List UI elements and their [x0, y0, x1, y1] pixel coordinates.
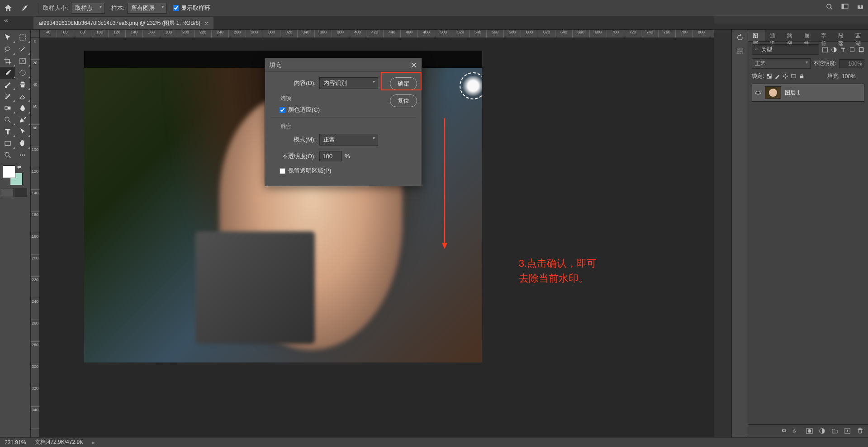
lock-all-icon[interactable] [799, 73, 805, 79]
healing-brush-tool[interactable] [15, 67, 31, 79]
opacity-input[interactable] [319, 151, 342, 161]
panel-tab-0[interactable]: 图层 [748, 30, 765, 41]
svg-marker-16 [442, 243, 447, 249]
pen-tool[interactable] [15, 114, 31, 126]
panel-tab-2[interactable]: 路径 [783, 30, 800, 41]
lock-pixels-icon[interactable] [766, 73, 772, 79]
share-icon[interactable] [856, 3, 864, 11]
panel-tab-4[interactable]: 字符 [816, 30, 834, 41]
new-layer-icon[interactable] [844, 428, 851, 434]
visibility-icon[interactable] [755, 89, 761, 96]
marquee-tool[interactable] [15, 32, 31, 43]
svg-rect-24 [769, 76, 772, 79]
lock-label: 锁定: [752, 72, 764, 80]
color-swatches[interactable]: ⇄ [2, 165, 28, 186]
svg-rect-2 [842, 4, 844, 9]
layer-filter-dropdown[interactable]: 类型 [752, 44, 819, 55]
lock-position-icon[interactable] [783, 73, 788, 79]
document-tab[interactable]: af99d432610bfdb36470f3c14b37ea6.png @ 23… [33, 17, 213, 29]
zoom-tool[interactable] [0, 149, 15, 161]
lock-brush-icon[interactable] [774, 73, 780, 79]
swap-colors-icon[interactable]: ⇄ [17, 165, 21, 169]
selection-marquee [460, 72, 482, 99]
svg-rect-10 [5, 141, 10, 146]
foreground-color[interactable] [3, 165, 15, 178]
layer-name[interactable]: 图层 1 [785, 89, 800, 97]
frame-tool[interactable] [15, 55, 31, 67]
close-icon[interactable] [411, 62, 417, 68]
eyedropper-tool[interactable] [0, 67, 15, 79]
ok-button[interactable]: 确定 [390, 77, 417, 90]
layer-row[interactable]: 图层 1 [752, 84, 864, 102]
panel-tab-1[interactable]: 通道 [765, 30, 783, 41]
lock-artboard-icon[interactable] [791, 73, 797, 79]
sample-dropdown[interactable]: 所有图层 [127, 3, 167, 14]
filter-type-icon[interactable] [840, 47, 846, 53]
adjustments-panel-icon[interactable] [736, 47, 744, 55]
history-panel-icon[interactable] [736, 33, 744, 42]
hand-tool[interactable] [15, 137, 31, 149]
link-layers-icon[interactable] [781, 428, 787, 434]
tab-scroll-handle[interactable]: ≪ [4, 18, 8, 23]
collapsed-panel-dock [732, 30, 748, 437]
filter-shape-icon[interactable] [849, 47, 855, 53]
search-icon[interactable] [825, 3, 834, 11]
edit-toolbar[interactable] [15, 149, 31, 161]
fill-dialog: 填充 内容(D): 内容识别 选项 颜色适应(C) 混合 模式(M): 正常 不… [265, 58, 422, 186]
filter-pixel-icon[interactable] [822, 47, 828, 53]
sample-size-dropdown[interactable]: 取样点 [71, 3, 105, 14]
filter-smart-icon[interactable] [858, 47, 864, 53]
svg-point-12 [20, 155, 21, 155]
mask-icon[interactable] [806, 428, 813, 434]
doc-size[interactable]: 文档:472.9K/472.9K [35, 438, 83, 446]
magic-wand-tool[interactable] [15, 43, 31, 55]
layer-fill-input[interactable]: 100% [842, 73, 864, 80]
crop-tool[interactable] [0, 55, 15, 67]
show-sampling-ring-checkbox[interactable]: 显示取样环 [173, 4, 210, 12]
svg-rect-8 [5, 107, 8, 109]
workspace-icon[interactable] [841, 3, 849, 11]
preserve-transparency-checkbox[interactable]: 保留透明区域(P) [270, 167, 416, 175]
screen-mode[interactable] [1, 188, 30, 197]
gradient-tool[interactable] [0, 102, 15, 114]
path-selection-tool[interactable] [15, 126, 31, 137]
content-dropdown[interactable]: 内容识别 [319, 77, 378, 89]
options-bar: 取样大小: 取样点 样本: 所有图层 显示取样环 [0, 0, 868, 16]
rectangle-tool[interactable] [0, 137, 15, 149]
dialog-titlebar[interactable]: 填充 [265, 58, 422, 72]
history-brush-tool[interactable] [0, 90, 15, 102]
home-icon[interactable] [4, 4, 13, 13]
blur-tool[interactable] [15, 102, 31, 114]
mode-dropdown[interactable]: 正常 [319, 134, 378, 146]
svg-point-14 [24, 155, 25, 155]
dodge-tool[interactable] [0, 114, 15, 126]
adjustment-layer-icon[interactable] [819, 428, 825, 434]
brush-tool[interactable] [0, 79, 15, 90]
panel-tabs: 图层通道路径属性字符段落蓝湖 [748, 30, 868, 42]
eraser-tool[interactable] [15, 90, 31, 102]
group-icon[interactable] [831, 428, 838, 434]
close-tab-icon[interactable]: × [205, 20, 208, 27]
layer-opacity-input[interactable]: 100% [839, 59, 864, 68]
svg-point-11 [5, 152, 9, 156]
panel-tab-3[interactable]: 属性 [800, 30, 817, 41]
clone-stamp-tool[interactable] [15, 79, 31, 90]
panel-tab-6[interactable]: 蓝湖 [851, 30, 868, 41]
status-more-icon[interactable]: ▸ [92, 439, 95, 446]
fx-icon[interactable]: fx [793, 428, 800, 434]
ruler-origin[interactable] [31, 30, 40, 38]
opacity-label: 不透明度(O): [270, 152, 316, 160]
delete-layer-icon[interactable] [857, 428, 863, 434]
layer-thumbnail[interactable] [765, 86, 781, 99]
zoom-level[interactable]: 231.91% [5, 439, 26, 446]
panel-tab-5[interactable]: 段落 [834, 30, 851, 41]
reset-button[interactable]: 复位 [390, 94, 417, 107]
lasso-tool[interactable] [0, 43, 15, 55]
filter-adjustment-icon[interactable] [831, 47, 837, 53]
vertical-ruler[interactable]: 0204060801001201401601802002202402602803… [31, 38, 40, 437]
type-tool[interactable] [0, 126, 15, 137]
horizontal-ruler[interactable]: 4060801001201401601802002202402602803003… [40, 30, 714, 38]
blend-mode-dropdown[interactable]: 正常 [752, 58, 811, 69]
move-tool[interactable] [0, 32, 15, 43]
eyedropper-icon[interactable] [19, 3, 29, 13]
